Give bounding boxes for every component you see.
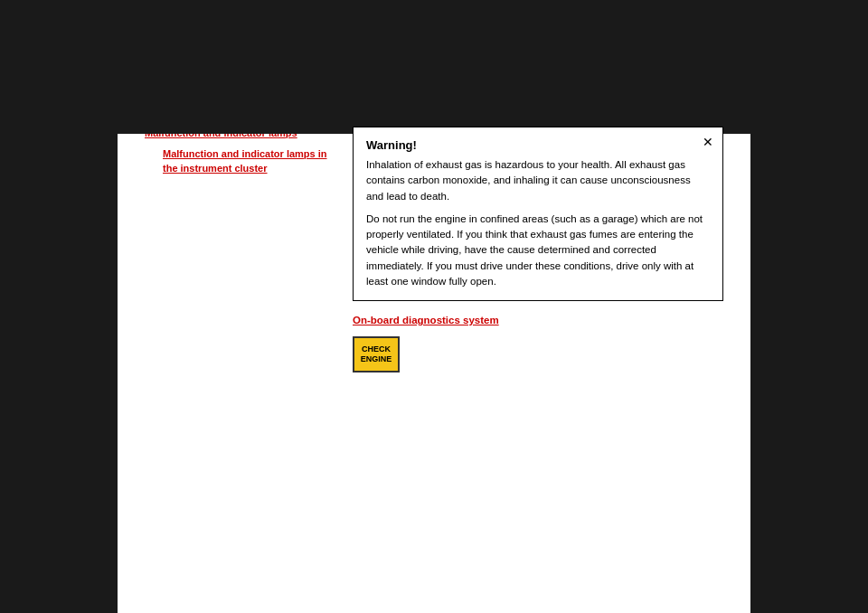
warning-box: ✕ Warning! Inhalation of exhaust gas is … [353,127,723,301]
warning-paragraph-2: Do not run the engine in confined areas … [366,212,710,289]
subsection-title: Malfunction and indicator lamps in the i… [163,147,330,175]
warning-paragraph-1: Inhalation of exhaust gas is hazardous t… [366,157,710,204]
right-frame [750,134,868,613]
warning-close-icon[interactable]: ✕ [703,135,713,149]
content-area: Malfunction and indicator lamps Malfunct… [145,118,723,373]
warning-title: Warning! [366,138,710,152]
check-engine-line2: ENGINE [361,354,392,364]
check-engine-line1: CHECK [362,344,391,354]
left-frame [0,134,118,613]
page-container: Instruments and controls Operation Drivi… [0,72,868,613]
warning-text: Inhalation of exhaust gas is hazardous t… [366,157,710,289]
main-content: ✕ Warning! Inhalation of exhaust gas is … [344,127,723,373]
diagnostics-title: On-board diagnostics system [353,315,723,325]
check-engine-badge: CHECK ENGINE [353,336,400,373]
top-frame [0,72,868,134]
left-sidebar: Malfunction and indicator lamps Malfunct… [145,127,344,373]
